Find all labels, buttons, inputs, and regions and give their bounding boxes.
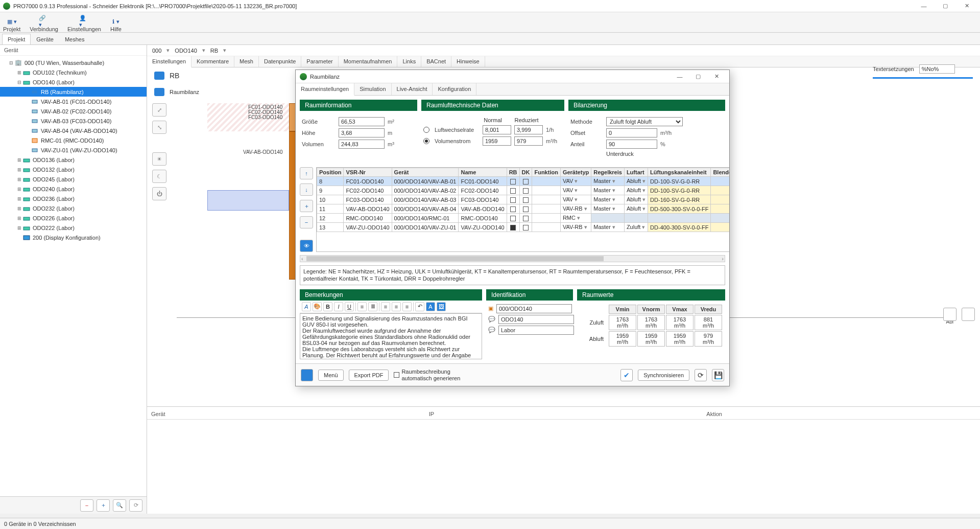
tab-meshes[interactable]: Meshes bbox=[59, 34, 90, 44]
tree-node[interactable]: VAV-ZU-01 (VAV-ZU-ODO140) bbox=[0, 145, 147, 155]
tree-refresh-button[interactable]: ⟳ bbox=[129, 499, 142, 512]
checkbox[interactable] bbox=[510, 179, 516, 185]
rte-align-left[interactable]: ≡ bbox=[381, 302, 390, 311]
tab-geraete[interactable]: Geräte bbox=[31, 34, 59, 44]
rte-font-button[interactable]: A bbox=[302, 302, 311, 311]
tree-node[interactable]: RB (Raumbilanz) bbox=[0, 87, 147, 97]
row-up-button[interactable]: ↑ bbox=[300, 167, 313, 179]
lwr-radio[interactable] bbox=[423, 127, 429, 133]
tree-node[interactable]: ⊞ODO240 (Labor) bbox=[0, 184, 147, 194]
vs-normal-input[interactable] bbox=[483, 136, 511, 146]
table-row[interactable]: 12RMC-ODO140000/ODO140/RMC-01RMC-ODO140R… bbox=[317, 214, 730, 223]
subtab-kommentare[interactable]: Kommentare bbox=[192, 56, 234, 67]
grid-header[interactable]: DK bbox=[519, 168, 532, 177]
subtab-hinweise[interactable]: Hinweise bbox=[451, 56, 485, 67]
tree-node[interactable]: VAV-AB-03 (FC03-ODO140) bbox=[0, 116, 147, 126]
lwr-normal-input[interactable] bbox=[483, 125, 511, 134]
day-mode-button[interactable]: ☀ bbox=[152, 152, 166, 166]
table-row[interactable]: 11VAV-AB-ODO140000/ODO140/VAV-AB-04VAV-A… bbox=[317, 204, 730, 214]
subtab-links[interactable]: Links bbox=[397, 56, 421, 67]
dlgtab-liveansicht[interactable]: Live-Ansicht bbox=[392, 83, 433, 95]
rte-color-button[interactable]: 🎨 bbox=[313, 302, 322, 311]
checkbox[interactable] bbox=[510, 216, 516, 221]
tree-node[interactable]: ⊟🏢000 (TU Wien, Wasserbauhalle) bbox=[0, 58, 147, 67]
row-down-button[interactable]: ↓ bbox=[300, 183, 313, 196]
night-mode-button[interactable]: ☾ bbox=[152, 170, 166, 183]
subtab-parameter[interactable]: Parameter bbox=[301, 56, 338, 67]
dialog-maximize-button[interactable]: ▢ bbox=[689, 71, 707, 82]
dlgtab-raumeinstellungen[interactable]: Raumeinstellungen bbox=[296, 83, 354, 96]
table-row[interactable]: 9FC02-ODO140000/ODO140/VAV-AB-02FC02-ODO… bbox=[317, 186, 730, 195]
grid-header[interactable]: Lüftungskanaleinheit bbox=[648, 168, 711, 177]
anteil-input[interactable] bbox=[606, 140, 657, 149]
rte-align-right[interactable]: ≡ bbox=[402, 302, 412, 311]
vs-reduz-input[interactable] bbox=[514, 136, 543, 146]
tree-add-button[interactable]: ＋ bbox=[97, 499, 110, 512]
checkbox[interactable] bbox=[510, 188, 516, 194]
row-view-button[interactable]: 👁 bbox=[300, 240, 313, 252]
ribbon-hilfe[interactable]: ℹ ▾Hilfe bbox=[110, 18, 122, 32]
power-button[interactable]: ⏻ bbox=[152, 187, 166, 200]
tree-node[interactable]: 200 (Display Konfiguration) bbox=[0, 233, 147, 242]
checkbox[interactable] bbox=[523, 197, 529, 203]
grid-header[interactable]: Blendenfaktor bbox=[711, 168, 729, 177]
dlgtab-simulation[interactable]: Simulation bbox=[354, 83, 391, 95]
menu-button[interactable]: Menü bbox=[318, 370, 344, 381]
table-row[interactable]: 13VAV-ZU-ODO140000/ODO140/VAV-ZU-01VAV-Z… bbox=[317, 223, 730, 232]
rte-image-button[interactable]: 🖼 bbox=[437, 302, 446, 311]
breadcrumb-0[interactable]: 000 bbox=[152, 48, 161, 54]
maximize-button[interactable]: ▢ bbox=[935, 1, 955, 12]
tree-node[interactable]: ⊞ODO232 (Labor) bbox=[0, 203, 147, 213]
checkbox[interactable] bbox=[523, 179, 529, 185]
breadcrumb-2[interactable]: RB bbox=[210, 48, 218, 54]
tree-node[interactable]: VAV-AB-01 (FC01-ODO140) bbox=[0, 97, 147, 106]
checkbox[interactable] bbox=[523, 188, 529, 194]
dialog-close-button[interactable]: ✕ bbox=[708, 71, 725, 82]
checkbox[interactable] bbox=[510, 197, 516, 203]
tree-node[interactable]: ⊟ODO140 (Labor) bbox=[0, 77, 147, 87]
remarks-textarea[interactable]: Eine Bedienung und Signalisierung des Ra… bbox=[300, 313, 482, 359]
row-remove-button[interactable]: − bbox=[300, 216, 313, 228]
table-row[interactable]: 8FC01-ODO140000/ODO140/VAV-AB-01FC01-ODO… bbox=[317, 177, 730, 186]
ribbon-verbindung[interactable]: 🔗 ▾Verbindung bbox=[30, 18, 58, 32]
checkbox[interactable] bbox=[523, 225, 529, 231]
grid-header[interactable]: Gerät bbox=[392, 168, 459, 177]
offset-input[interactable] bbox=[606, 128, 657, 137]
rte-undo-button[interactable]: ↶ bbox=[415, 302, 424, 311]
tree-node[interactable]: RMC-01 (RMC-ODO140) bbox=[0, 135, 147, 145]
tree-node[interactable]: ⊞ODO136 (Labor) bbox=[0, 155, 147, 165]
rte-link-button[interactable]: A bbox=[426, 302, 435, 311]
grid-header[interactable]: Funktion bbox=[532, 168, 560, 177]
grid-header[interactable]: Luftart bbox=[624, 168, 648, 177]
row-add-button[interactable]: ＋ bbox=[300, 200, 313, 212]
subtab-bacnet[interactable]: BACnet bbox=[421, 56, 451, 67]
grid-header[interactable]: VSR-Nr bbox=[344, 168, 392, 177]
rte-align-center[interactable]: ≡ bbox=[392, 302, 401, 311]
checkbox[interactable] bbox=[523, 206, 529, 212]
grid-header[interactable]: Name bbox=[459, 168, 507, 177]
ribbon-projekt[interactable]: ▦ ▾Projekt bbox=[3, 18, 20, 32]
checkbox[interactable] bbox=[523, 216, 529, 221]
menu-icon[interactable] bbox=[301, 369, 313, 381]
tree-node[interactable]: ⊞ODO132 (Labor) bbox=[0, 165, 147, 174]
ident-path-input[interactable] bbox=[496, 304, 572, 313]
grid-h-scrollbar[interactable]: ‹› bbox=[300, 255, 725, 262]
tree-node[interactable]: ⊞ODO222 (Labor) bbox=[0, 223, 147, 233]
tab-projekt[interactable]: Projekt bbox=[2, 34, 31, 44]
ident-room-input[interactable] bbox=[498, 326, 574, 335]
dlgtab-konfiguration[interactable]: Konfiguration bbox=[433, 83, 476, 95]
chart-expand-button[interactable]: ⤢ bbox=[152, 103, 166, 117]
rte-ol-button[interactable]: ≡ bbox=[357, 302, 367, 311]
chart-collapse-button[interactable]: ⤡ bbox=[152, 121, 166, 134]
table-row[interactable]: 10FC03-ODO140000/ODO140/VAV-AB-03FC03-OD… bbox=[317, 195, 730, 204]
subtab-momentaufnahmen[interactable]: Momentaufnahmen bbox=[339, 56, 398, 67]
tree-search-button[interactable]: 🔍 bbox=[113, 499, 126, 512]
methode-select[interactable]: Zuluft folgt Abluft bbox=[606, 117, 683, 126]
rte-ul-button[interactable]: ≣ bbox=[368, 302, 377, 311]
rte-italic-button[interactable]: I bbox=[334, 302, 343, 311]
tree-node[interactable]: VAV-AB-04 (VAV-AB-ODO140) bbox=[0, 126, 147, 135]
foot-sq-1[interactable]: ⟳ bbox=[695, 369, 707, 381]
device-grid[interactable]: PositionVSR-NrGerätNameRBDKFunktionGerät… bbox=[316, 167, 729, 252]
groesse-input[interactable] bbox=[339, 117, 385, 126]
right-sq-2[interactable] bbox=[962, 308, 975, 321]
